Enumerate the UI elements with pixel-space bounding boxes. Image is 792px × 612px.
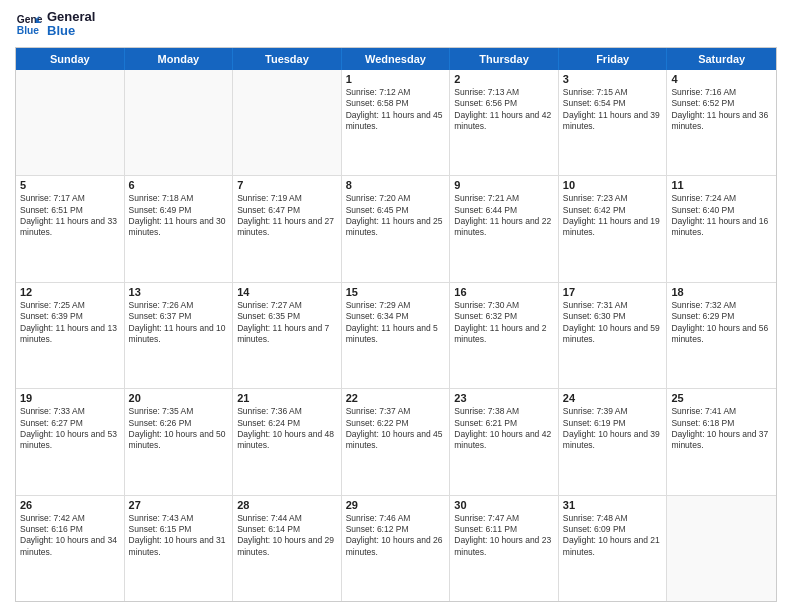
day-number: 28	[237, 499, 337, 511]
cell-info: Sunrise: 7:39 AM Sunset: 6:19 PM Dayligh…	[563, 406, 663, 452]
cell-info: Sunrise: 7:23 AM Sunset: 6:42 PM Dayligh…	[563, 193, 663, 239]
day-number: 26	[20, 499, 120, 511]
day-number: 25	[671, 392, 772, 404]
cell-info: Sunrise: 7:43 AM Sunset: 6:15 PM Dayligh…	[129, 513, 229, 559]
day-number: 22	[346, 392, 446, 404]
cal-cell-day-24: 24Sunrise: 7:39 AM Sunset: 6:19 PM Dayli…	[559, 389, 668, 494]
logo-general-text: General	[47, 10, 95, 24]
calendar: SundayMondayTuesdayWednesdayThursdayFrid…	[15, 47, 777, 602]
cal-cell-empty	[233, 70, 342, 175]
day-number: 15	[346, 286, 446, 298]
cell-info: Sunrise: 7:33 AM Sunset: 6:27 PM Dayligh…	[20, 406, 120, 452]
cal-cell-day-27: 27Sunrise: 7:43 AM Sunset: 6:15 PM Dayli…	[125, 496, 234, 601]
cal-cell-day-14: 14Sunrise: 7:27 AM Sunset: 6:35 PM Dayli…	[233, 283, 342, 388]
cal-row-3: 12Sunrise: 7:25 AM Sunset: 6:39 PM Dayli…	[16, 282, 776, 388]
cal-cell-day-13: 13Sunrise: 7:26 AM Sunset: 6:37 PM Dayli…	[125, 283, 234, 388]
calendar-header: SundayMondayTuesdayWednesdayThursdayFrid…	[16, 48, 776, 70]
cal-cell-empty	[125, 70, 234, 175]
cell-info: Sunrise: 7:38 AM Sunset: 6:21 PM Dayligh…	[454, 406, 554, 452]
cal-cell-day-25: 25Sunrise: 7:41 AM Sunset: 6:18 PM Dayli…	[667, 389, 776, 494]
cal-cell-day-22: 22Sunrise: 7:37 AM Sunset: 6:22 PM Dayli…	[342, 389, 451, 494]
day-header-saturday: Saturday	[667, 48, 776, 70]
cal-cell-day-5: 5Sunrise: 7:17 AM Sunset: 6:51 PM Daylig…	[16, 176, 125, 281]
cal-cell-day-7: 7Sunrise: 7:19 AM Sunset: 6:47 PM Daylig…	[233, 176, 342, 281]
day-number: 20	[129, 392, 229, 404]
cell-info: Sunrise: 7:21 AM Sunset: 6:44 PM Dayligh…	[454, 193, 554, 239]
cell-info: Sunrise: 7:26 AM Sunset: 6:37 PM Dayligh…	[129, 300, 229, 346]
day-number: 2	[454, 73, 554, 85]
day-number: 30	[454, 499, 554, 511]
cal-row-5: 26Sunrise: 7:42 AM Sunset: 6:16 PM Dayli…	[16, 495, 776, 601]
cell-info: Sunrise: 7:36 AM Sunset: 6:24 PM Dayligh…	[237, 406, 337, 452]
day-number: 3	[563, 73, 663, 85]
cal-cell-day-11: 11Sunrise: 7:24 AM Sunset: 6:40 PM Dayli…	[667, 176, 776, 281]
day-number: 18	[671, 286, 772, 298]
day-number: 16	[454, 286, 554, 298]
cell-info: Sunrise: 7:17 AM Sunset: 6:51 PM Dayligh…	[20, 193, 120, 239]
cell-info: Sunrise: 7:24 AM Sunset: 6:40 PM Dayligh…	[671, 193, 772, 239]
day-number: 9	[454, 179, 554, 191]
cal-cell-day-30: 30Sunrise: 7:47 AM Sunset: 6:11 PM Dayli…	[450, 496, 559, 601]
page: General Blue General Blue SundayMondayTu…	[0, 0, 792, 612]
cal-row-2: 5Sunrise: 7:17 AM Sunset: 6:51 PM Daylig…	[16, 175, 776, 281]
day-number: 14	[237, 286, 337, 298]
cal-cell-day-29: 29Sunrise: 7:46 AM Sunset: 6:12 PM Dayli…	[342, 496, 451, 601]
day-number: 21	[237, 392, 337, 404]
svg-text:General: General	[17, 14, 43, 25]
cal-row-4: 19Sunrise: 7:33 AM Sunset: 6:27 PM Dayli…	[16, 388, 776, 494]
cal-cell-day-1: 1Sunrise: 7:12 AM Sunset: 6:58 PM Daylig…	[342, 70, 451, 175]
cal-cell-day-18: 18Sunrise: 7:32 AM Sunset: 6:29 PM Dayli…	[667, 283, 776, 388]
day-number: 13	[129, 286, 229, 298]
cal-cell-day-3: 3Sunrise: 7:15 AM Sunset: 6:54 PM Daylig…	[559, 70, 668, 175]
day-number: 17	[563, 286, 663, 298]
day-number: 8	[346, 179, 446, 191]
day-header-friday: Friday	[559, 48, 668, 70]
cell-info: Sunrise: 7:30 AM Sunset: 6:32 PM Dayligh…	[454, 300, 554, 346]
header: General Blue General Blue	[15, 10, 777, 39]
day-number: 7	[237, 179, 337, 191]
day-number: 19	[20, 392, 120, 404]
cell-info: Sunrise: 7:46 AM Sunset: 6:12 PM Dayligh…	[346, 513, 446, 559]
cell-info: Sunrise: 7:32 AM Sunset: 6:29 PM Dayligh…	[671, 300, 772, 346]
cal-cell-day-26: 26Sunrise: 7:42 AM Sunset: 6:16 PM Dayli…	[16, 496, 125, 601]
cal-cell-day-2: 2Sunrise: 7:13 AM Sunset: 6:56 PM Daylig…	[450, 70, 559, 175]
cal-cell-day-16: 16Sunrise: 7:30 AM Sunset: 6:32 PM Dayli…	[450, 283, 559, 388]
day-number: 6	[129, 179, 229, 191]
cal-row-1: 1Sunrise: 7:12 AM Sunset: 6:58 PM Daylig…	[16, 70, 776, 175]
cell-info: Sunrise: 7:41 AM Sunset: 6:18 PM Dayligh…	[671, 406, 772, 452]
cell-info: Sunrise: 7:29 AM Sunset: 6:34 PM Dayligh…	[346, 300, 446, 346]
day-header-sunday: Sunday	[16, 48, 125, 70]
day-number: 23	[454, 392, 554, 404]
svg-text:Blue: Blue	[17, 26, 40, 37]
cell-info: Sunrise: 7:37 AM Sunset: 6:22 PM Dayligh…	[346, 406, 446, 452]
cell-info: Sunrise: 7:15 AM Sunset: 6:54 PM Dayligh…	[563, 87, 663, 133]
cell-info: Sunrise: 7:31 AM Sunset: 6:30 PM Dayligh…	[563, 300, 663, 346]
logo-blue-text: Blue	[47, 24, 95, 38]
day-number: 12	[20, 286, 120, 298]
day-number: 4	[671, 73, 772, 85]
cal-cell-day-8: 8Sunrise: 7:20 AM Sunset: 6:45 PM Daylig…	[342, 176, 451, 281]
cell-info: Sunrise: 7:16 AM Sunset: 6:52 PM Dayligh…	[671, 87, 772, 133]
cal-cell-day-10: 10Sunrise: 7:23 AM Sunset: 6:42 PM Dayli…	[559, 176, 668, 281]
cal-cell-day-9: 9Sunrise: 7:21 AM Sunset: 6:44 PM Daylig…	[450, 176, 559, 281]
cell-info: Sunrise: 7:25 AM Sunset: 6:39 PM Dayligh…	[20, 300, 120, 346]
logo: General Blue General Blue	[15, 10, 95, 39]
cal-cell-day-17: 17Sunrise: 7:31 AM Sunset: 6:30 PM Dayli…	[559, 283, 668, 388]
cal-cell-day-31: 31Sunrise: 7:48 AM Sunset: 6:09 PM Dayli…	[559, 496, 668, 601]
cell-info: Sunrise: 7:20 AM Sunset: 6:45 PM Dayligh…	[346, 193, 446, 239]
cal-cell-day-20: 20Sunrise: 7:35 AM Sunset: 6:26 PM Dayli…	[125, 389, 234, 494]
logo-icon: General Blue	[15, 10, 43, 38]
day-number: 31	[563, 499, 663, 511]
cal-cell-day-4: 4Sunrise: 7:16 AM Sunset: 6:52 PM Daylig…	[667, 70, 776, 175]
calendar-body: 1Sunrise: 7:12 AM Sunset: 6:58 PM Daylig…	[16, 70, 776, 601]
cal-cell-day-19: 19Sunrise: 7:33 AM Sunset: 6:27 PM Dayli…	[16, 389, 125, 494]
day-number: 27	[129, 499, 229, 511]
cell-info: Sunrise: 7:13 AM Sunset: 6:56 PM Dayligh…	[454, 87, 554, 133]
cal-cell-day-21: 21Sunrise: 7:36 AM Sunset: 6:24 PM Dayli…	[233, 389, 342, 494]
day-number: 24	[563, 392, 663, 404]
cal-cell-empty	[16, 70, 125, 175]
day-header-monday: Monday	[125, 48, 234, 70]
cal-cell-day-23: 23Sunrise: 7:38 AM Sunset: 6:21 PM Dayli…	[450, 389, 559, 494]
cell-info: Sunrise: 7:42 AM Sunset: 6:16 PM Dayligh…	[20, 513, 120, 559]
day-number: 5	[20, 179, 120, 191]
